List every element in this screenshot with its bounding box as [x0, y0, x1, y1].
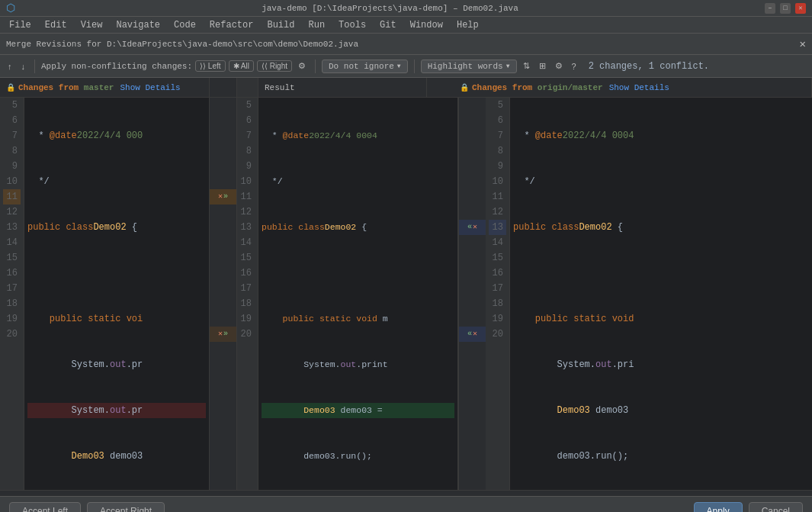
app-icon: ⬡ — [6, 2, 15, 14]
conflict-count: 2 changes, 1 conflict. — [589, 61, 709, 72]
list-item: public class Demo02 { — [27, 220, 206, 235]
next-change-button[interactable]: ↓ — [18, 60, 29, 72]
apply-all-button[interactable]: ✱ All — [229, 60, 254, 72]
minimize-button[interactable]: – — [765, 3, 775, 14]
window-controls: – □ ✕ — [765, 3, 806, 14]
list-item: System.out.pr — [27, 403, 206, 418]
conflict-right-x2[interactable]: ✕ — [473, 327, 477, 342]
highlight-arrow-icon: ▼ — [506, 63, 510, 69]
conflict-left-arrow2[interactable]: » — [223, 327, 228, 342]
menu-run[interactable]: Run — [302, 18, 331, 32]
dialog-title-bar: Merge Revisions for D:\IdeaProjects\java… — [0, 34, 812, 55]
accept-left-button[interactable]: Accept Left — [9, 502, 81, 513]
ignore-dropdown[interactable]: Do not ignore ▼ — [322, 60, 408, 73]
dropdown-arrow-icon: ▼ — [397, 63, 401, 69]
right-panel-content: 5 6 7 8 9 10 11 12 13 14 15 16 17 18 19 … — [486, 98, 812, 490]
conflict-left-x2[interactable]: ✕ — [218, 327, 223, 342]
panels-header: 🔒 Changes from master Show Details Resul… — [0, 78, 812, 98]
menu-build[interactable]: Build — [261, 18, 300, 32]
list-item: public static void m — [262, 311, 454, 327]
right-lock-icon: 🔒 — [460, 83, 469, 92]
dialog-close-icon[interactable]: ✕ — [800, 37, 806, 50]
list-item: public static void — [513, 311, 809, 327]
list-item: Demo03 demo03 — [513, 403, 809, 418]
window-title: java-demo [D:\IdeaProjects\java-demo] – … — [262, 4, 518, 13]
horizontal-scrollbar[interactable] — [0, 490, 812, 496]
left-code[interactable]: * @date 2022/4/4 000 */ public class Dem… — [24, 98, 209, 490]
conflict-left-arrow[interactable]: » — [223, 189, 228, 204]
center-panel: 5 6 7 8 9 10 11 12 13 14 15 16 17 18 19 … — [237, 98, 458, 490]
right-branch-label: origin/master — [538, 83, 603, 92]
apply-button[interactable]: Apply — [694, 502, 743, 513]
left-panel-content: 5 6 7 8 9 10 11 12 13 14 15 16 17 18 19 … — [0, 98, 209, 490]
list-item — [513, 266, 809, 281]
list-item — [27, 266, 206, 281]
magic-button[interactable]: ⚙ — [295, 60, 309, 72]
list-item: */ — [27, 174, 206, 189]
diff-toolbar: ↑ ↓ Apply non-conflicting changes: ⟩⟩ Le… — [0, 55, 812, 78]
list-item: demo03.run(); — [513, 449, 809, 464]
menu-view[interactable]: View — [75, 18, 109, 32]
action-bar-left: Accept Left Accept Right — [9, 502, 165, 513]
columns-button[interactable]: ⊞ — [536, 60, 549, 72]
highlight-words-dropdown[interactable]: Highlight words ▼ — [421, 60, 517, 73]
merge-gutter-header — [210, 78, 237, 97]
menu-tools[interactable]: Tools — [332, 18, 372, 32]
list-item: System.out.pr — [27, 357, 206, 372]
maximize-button[interactable]: □ — [780, 3, 791, 14]
menu-refactor[interactable]: Refactor — [204, 18, 260, 32]
center-panel-content: 5 6 7 8 9 10 11 12 13 14 15 16 17 18 19 … — [237, 98, 457, 490]
prev-change-button[interactable]: ↑ — [5, 60, 15, 72]
right-line-numbers: 5 6 7 8 9 10 11 12 13 14 15 16 17 18 19 … — [486, 98, 510, 490]
conflict-right-arrow[interactable]: « — [467, 220, 472, 235]
menu-help[interactable]: Help — [451, 18, 485, 32]
list-item: */ — [513, 174, 809, 189]
right-show-details[interactable]: Show Details — [609, 83, 669, 92]
menu-file[interactable]: File — [3, 18, 37, 32]
separator-3 — [414, 60, 415, 73]
menu-window[interactable]: Window — [404, 18, 449, 32]
close-button[interactable]: ✕ — [795, 3, 806, 14]
conflict-right-arrow2[interactable]: « — [467, 327, 472, 342]
menu-git[interactable]: Git — [374, 18, 403, 32]
list-item: public class Demo02 { — [262, 220, 454, 235]
right-panel: 5 6 7 8 9 10 11 12 13 14 15 16 17 18 19 … — [486, 98, 812, 490]
right-panel-title: Changes from — [472, 83, 538, 92]
conflict-right-x[interactable]: ✕ — [473, 220, 477, 235]
gear-button[interactable]: ⚙ — [552, 60, 566, 72]
action-bar-right: Apply Cancel — [694, 502, 803, 513]
menu-edit[interactable]: Edit — [39, 18, 73, 32]
left-branch-label: master — [84, 83, 114, 92]
list-item: demo03.run(); — [262, 449, 454, 464]
dialog-title: Merge Revisions for D:\IdeaProjects\java… — [6, 40, 358, 49]
accept-right-button[interactable]: Accept Right — [87, 502, 165, 513]
menu-bar: File Edit View Navigate Code Refactor Bu… — [0, 17, 812, 34]
separator-1 — [34, 60, 35, 73]
settings-button[interactable]: ⇅ — [520, 60, 533, 72]
list-item: System.out.print — [262, 357, 454, 372]
list-item: * @date 2022/4/4 0004 — [513, 128, 809, 143]
list-item: System.out.pri — [513, 357, 809, 372]
left-lock-icon: 🔒 — [6, 83, 15, 92]
menu-navigate[interactable]: Navigate — [110, 18, 166, 32]
left-show-details[interactable]: Show Details — [120, 83, 180, 92]
apply-left-button[interactable]: ⟩⟩ Left — [195, 60, 225, 72]
list-item: public static voi — [27, 311, 206, 327]
diff-area: 5 6 7 8 9 10 11 12 13 14 15 16 17 18 19 … — [0, 98, 812, 490]
left-line-numbers: 5 6 7 8 9 10 11 12 13 14 15 16 17 18 19 … — [0, 98, 24, 490]
list-item: Demo03 demo03 — [27, 449, 206, 464]
right-gutter-header — [426, 78, 454, 97]
apply-right-button[interactable]: ⟨⟨ Right — [257, 60, 292, 72]
cancel-button[interactable]: Cancel — [749, 502, 803, 513]
help-button[interactable]: ? — [569, 60, 579, 72]
right-code[interactable]: * @date 2022/4/4 0004 */ public class De… — [510, 98, 812, 490]
center-left-line-numbers: 5 6 7 8 9 10 11 12 13 14 15 16 17 18 19 … — [237, 98, 258, 490]
left-panel: 5 6 7 8 9 10 11 12 13 14 15 16 17 18 19 … — [0, 98, 210, 490]
list-item: */ — [262, 174, 454, 189]
right-merge-gutter: « ✕ « ✕ — [458, 98, 486, 490]
separator-2 — [315, 60, 316, 73]
list-item — [262, 266, 454, 281]
menu-code[interactable]: Code — [168, 18, 202, 32]
conflict-left-x[interactable]: ✕ — [218, 189, 223, 204]
center-code[interactable]: * @date 2022/4/4 0004 */ public class De… — [258, 98, 457, 490]
